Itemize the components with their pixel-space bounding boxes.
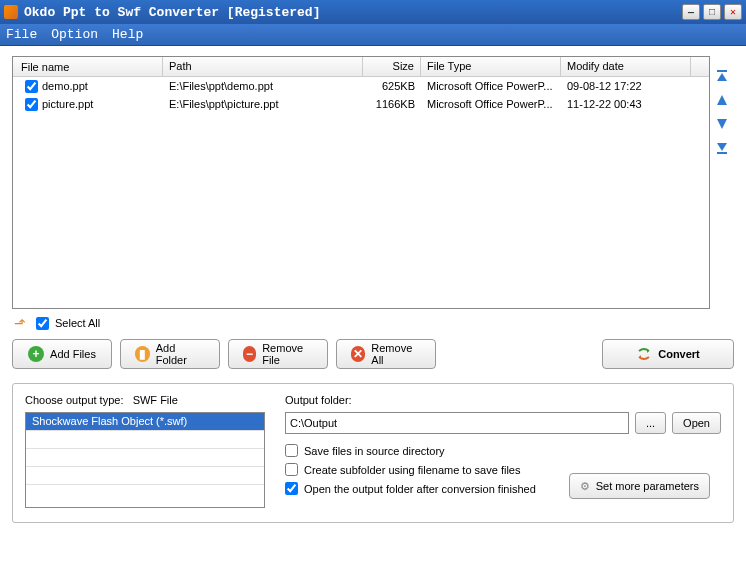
save-source-checkbox[interactable]: [285, 444, 298, 457]
file-date: 09-08-12 17:22: [561, 79, 691, 93]
create-subfolder-checkbox[interactable]: [285, 463, 298, 476]
col-path[interactable]: Path: [163, 57, 363, 76]
select-all-checkbox[interactable]: [36, 317, 49, 330]
remove-all-label: Remove All: [371, 342, 421, 366]
convert-icon: [636, 346, 652, 362]
file-list-header: File name Path Size File Type Modify dat…: [13, 57, 709, 77]
table-row[interactable]: picture.pptE:\Files\ppt\picture.ppt1166K…: [13, 95, 709, 113]
col-filetype[interactable]: File Type: [421, 57, 561, 76]
move-down-icon[interactable]: [714, 116, 730, 132]
svg-rect-0: [717, 70, 727, 72]
create-subfolder-label: Create subfolder using filename to save …: [304, 464, 520, 476]
titlebar: Okdo Ppt to Swf Converter [Registered] —…: [0, 0, 746, 24]
move-bottom-icon[interactable]: [714, 140, 730, 156]
reorder-controls: [710, 56, 734, 309]
table-row[interactable]: demo.pptE:\Files\ppt\demo.ppt625KBMicros…: [13, 77, 709, 95]
more-parameters-button[interactable]: ⚙ Set more parameters: [569, 473, 710, 499]
menubar: File Option Help: [0, 24, 746, 46]
output-type-current: SWF File: [133, 394, 178, 406]
add-files-button[interactable]: + Add Files: [12, 339, 112, 369]
col-filename[interactable]: File name: [13, 57, 163, 76]
open-folder-button[interactable]: Open: [672, 412, 721, 434]
file-list[interactable]: File name Path Size File Type Modify dat…: [12, 56, 710, 309]
file-path: E:\Files\ppt\demo.ppt: [163, 79, 363, 93]
minus-icon: −: [243, 346, 256, 362]
remove-file-button[interactable]: − Remove File: [228, 339, 328, 369]
remove-all-icon: ✕: [351, 346, 365, 362]
col-size[interactable]: Size: [363, 57, 421, 76]
browse-button[interactable]: ...: [635, 412, 666, 434]
file-path: E:\Files\ppt\picture.ppt: [163, 97, 363, 111]
row-checkbox[interactable]: [25, 98, 38, 111]
open-after-label: Open the output folder after conversion …: [304, 483, 536, 495]
add-files-label: Add Files: [50, 348, 96, 360]
list-item: [26, 431, 264, 449]
remove-file-label: Remove File: [262, 342, 313, 366]
output-folder-label: Output folder:: [285, 394, 721, 406]
file-name: picture.ppt: [42, 98, 93, 110]
menu-option[interactable]: Option: [51, 27, 98, 42]
row-checkbox[interactable]: [25, 80, 38, 93]
window-title: Okdo Ppt to Swf Converter [Registered]: [24, 5, 320, 20]
gear-icon: ⚙: [580, 480, 590, 493]
file-name: demo.ppt: [42, 80, 88, 92]
up-level-icon[interactable]: ⬏: [14, 315, 26, 331]
menu-file[interactable]: File: [6, 27, 37, 42]
output-folder-input[interactable]: [285, 412, 629, 434]
file-size: 625KB: [363, 79, 421, 93]
file-date: 11-12-22 00:43: [561, 97, 691, 111]
minimize-button[interactable]: —: [682, 4, 700, 20]
list-item: [26, 485, 264, 503]
col-modifydate[interactable]: Modify date: [561, 57, 691, 76]
save-source-label: Save files in source directory: [304, 445, 445, 457]
list-item: [26, 467, 264, 485]
close-button[interactable]: ✕: [724, 4, 742, 20]
plus-icon: +: [28, 346, 44, 362]
convert-button[interactable]: Convert: [602, 339, 734, 369]
menu-help[interactable]: Help: [112, 27, 143, 42]
add-folder-button[interactable]: ▮ Add Folder: [120, 339, 220, 369]
output-type-label: Choose output type:: [25, 394, 123, 406]
svg-rect-1: [717, 152, 727, 154]
move-up-icon[interactable]: [714, 92, 730, 108]
file-type: Microsoft Office PowerP...: [421, 79, 561, 93]
move-top-icon[interactable]: [714, 68, 730, 84]
remove-all-button[interactable]: ✕ Remove All: [336, 339, 436, 369]
app-icon: [4, 5, 18, 19]
output-type-list[interactable]: Shockwave Flash Object (*.swf): [25, 412, 265, 508]
list-item: [26, 449, 264, 467]
maximize-button[interactable]: □: [703, 4, 721, 20]
folder-icon: ▮: [135, 346, 150, 362]
file-size: 1166KB: [363, 97, 421, 111]
open-after-checkbox[interactable]: [285, 482, 298, 495]
select-all-label: Select All: [55, 317, 100, 329]
output-type-option[interactable]: Shockwave Flash Object (*.swf): [26, 413, 264, 431]
convert-label: Convert: [658, 348, 700, 360]
file-type: Microsoft Office PowerP...: [421, 97, 561, 111]
add-folder-label: Add Folder: [156, 342, 205, 366]
more-parameters-label: Set more parameters: [596, 480, 699, 492]
